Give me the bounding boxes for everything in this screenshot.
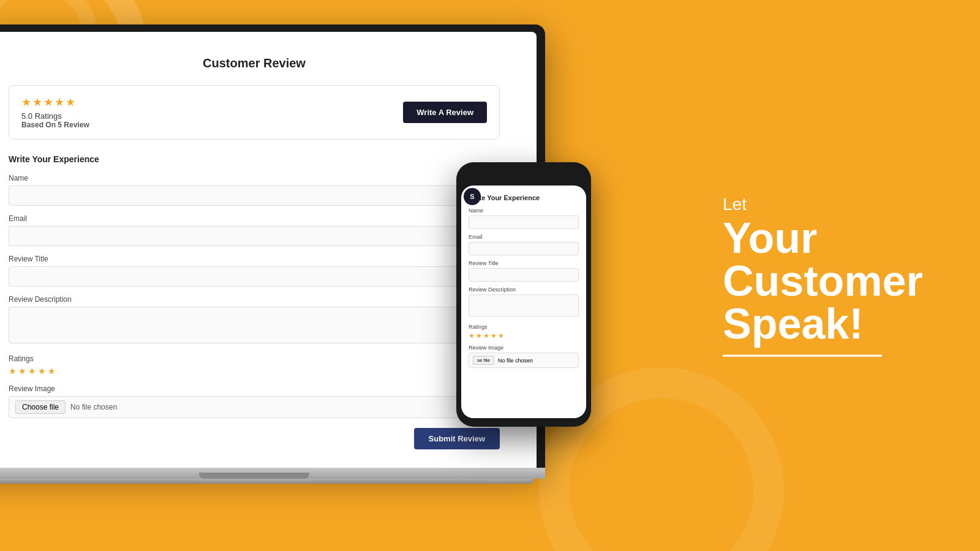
phone-screen: S Write Your Experience Name Email Revie… bbox=[461, 186, 586, 418]
rating-star-1[interactable]: ★ bbox=[9, 366, 17, 376]
rating-star-2[interactable]: ★ bbox=[18, 366, 26, 376]
phone-star-1[interactable]: ★ bbox=[469, 332, 475, 340]
phone-review-page: Write Your Experience Name Email Review … bbox=[461, 186, 586, 381]
phone-mockup: S Write Your Experience Name Email Revie… bbox=[456, 162, 591, 427]
phone-notch bbox=[505, 171, 542, 181]
star-4: ★ bbox=[55, 96, 64, 109]
review-description-label: Review Description bbox=[9, 295, 500, 304]
phone-ratings-stars: ★ ★ ★ ★ ★ bbox=[469, 332, 579, 340]
rating-star-3[interactable]: ★ bbox=[28, 366, 36, 376]
choose-file-button[interactable]: Choose file bbox=[15, 400, 66, 414]
phone-ratings-label: Ratings bbox=[469, 324, 579, 330]
phone-name-label: Name bbox=[469, 208, 579, 214]
review-title-group: Review Title bbox=[9, 255, 500, 287]
email-group: Email bbox=[9, 214, 500, 246]
phone-image-label: Review Image bbox=[469, 345, 579, 351]
review-title-input[interactable] bbox=[9, 266, 500, 287]
phone-name-group: Name bbox=[469, 208, 579, 229]
ratings-group: Ratings ★ ★ ★ ★ ★ bbox=[9, 354, 500, 376]
review-image-label: Review Image bbox=[9, 384, 500, 393]
phone-star-3[interactable]: ★ bbox=[483, 332, 489, 340]
stars-row: ★ ★ ★ ★ ★ bbox=[21, 96, 89, 109]
review-description-textarea[interactable] bbox=[9, 307, 500, 343]
phone-email-input[interactable] bbox=[469, 242, 579, 255]
main-container: Customer Review ★ ★ ★ ★ ★ bbox=[0, 0, 980, 551]
name-label: Name bbox=[9, 174, 500, 182]
hero-headline: Your Customer Speak! bbox=[723, 217, 931, 345]
phone-no-file-text: No file chosen bbox=[498, 358, 533, 364]
phone-review-title-group: Review Title bbox=[469, 260, 579, 282]
phone-ratings-group: Ratings ★ ★ ★ ★ ★ bbox=[469, 324, 579, 340]
hero-let: Let bbox=[723, 195, 931, 214]
phone-file-row: se file No file chosen bbox=[469, 353, 579, 368]
phone-review-title-label: Review Title bbox=[469, 260, 579, 266]
submit-row: Submit Review bbox=[9, 428, 500, 449]
phone-review-desc-label: Review Description bbox=[469, 287, 579, 293]
page-title: Customer Review bbox=[9, 56, 500, 70]
phone-outer: S Write Your Experience Name Email Revie… bbox=[456, 162, 591, 427]
phone-choose-file-button[interactable]: se file bbox=[473, 356, 494, 365]
phone-email-group: Email bbox=[469, 234, 579, 255]
no-file-text: No file chosen bbox=[70, 403, 117, 411]
star-3: ★ bbox=[43, 96, 53, 109]
rating-star-4[interactable]: ★ bbox=[38, 366, 46, 376]
laptop-base bbox=[0, 468, 545, 479]
hero-divider bbox=[723, 355, 882, 357]
email-input[interactable] bbox=[9, 226, 500, 246]
phone-image-group: Review Image se file No file chosen bbox=[469, 345, 579, 368]
phone-review-desc-group: Review Description bbox=[469, 287, 579, 319]
name-input[interactable] bbox=[9, 186, 500, 206]
review-description-group: Review Description bbox=[9, 295, 500, 346]
phone-review-title-input[interactable] bbox=[469, 268, 579, 282]
form-section-title: Write Your Experience bbox=[9, 154, 500, 164]
star-2: ★ bbox=[32, 96, 42, 109]
rating-info: 5.0 Ratings Based On 5 Review bbox=[21, 111, 89, 129]
email-label: Email bbox=[9, 214, 500, 223]
phone-review-desc-textarea[interactable] bbox=[469, 294, 579, 317]
review-image-group: Review Image Choose file No file chosen bbox=[9, 384, 500, 418]
hero-text-block: Let Your Customer Speak! bbox=[723, 195, 931, 357]
rating-score: 5.0 Ratings bbox=[21, 111, 89, 121]
phone-name-input[interactable] bbox=[469, 216, 579, 229]
laptop-foot bbox=[0, 479, 533, 484]
rating-star-5[interactable]: ★ bbox=[48, 366, 56, 376]
phone-star-2[interactable]: ★ bbox=[476, 332, 482, 340]
star-1: ★ bbox=[21, 96, 31, 109]
ratings-stars-row: ★ ★ ★ ★ ★ bbox=[9, 366, 500, 376]
rating-count: Based On 5 Review bbox=[21, 121, 89, 129]
star-5: ★ bbox=[66, 96, 75, 109]
shopify-icon-phone: S bbox=[464, 188, 481, 205]
review-title-label: Review Title bbox=[9, 255, 500, 263]
hero-line2: Customer bbox=[723, 257, 923, 305]
hero-line1: Your bbox=[723, 214, 817, 262]
submit-review-button[interactable]: Submit Review bbox=[414, 428, 500, 449]
write-review-button[interactable]: Write A Review bbox=[403, 102, 487, 123]
ratings-label: Ratings bbox=[9, 354, 500, 363]
phone-star-4[interactable]: ★ bbox=[491, 332, 497, 340]
rating-info-block: ★ ★ ★ ★ ★ 5.0 Ratings Based On 5 Review bbox=[21, 96, 89, 129]
name-group: Name bbox=[9, 174, 500, 206]
phone-form-title: Write Your Experience bbox=[469, 194, 579, 201]
phone-star-5[interactable]: ★ bbox=[498, 332, 504, 340]
hero-line3: Speak! bbox=[723, 300, 864, 348]
phone-email-label: Email bbox=[469, 234, 579, 240]
file-input-row: Choose file No file chosen bbox=[9, 396, 500, 418]
rating-card: ★ ★ ★ ★ ★ 5.0 Ratings Based On 5 Review bbox=[9, 85, 500, 140]
